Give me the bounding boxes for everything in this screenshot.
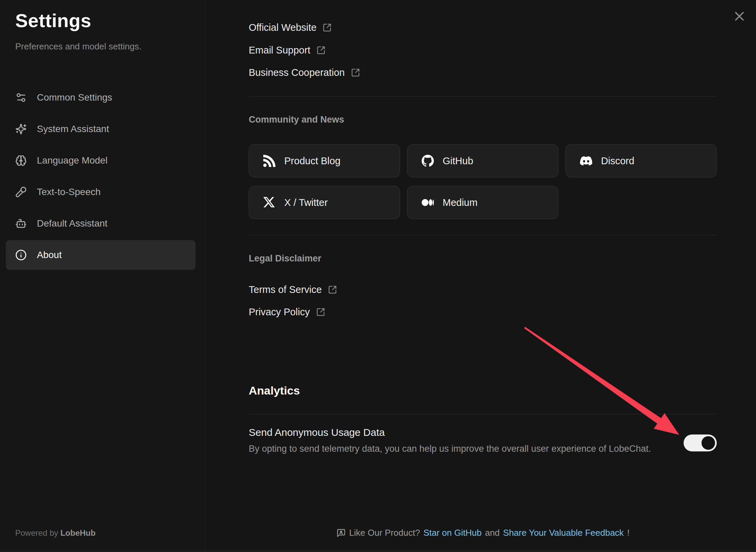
mic-icon [15,186,27,198]
sidebar-item-label: System Assistant [37,124,109,134]
legal-heading: Legal Disclaimer [249,253,321,264]
info-icon [15,249,27,261]
community-buttons: Product Blog GitHub Discord X / Twitter [249,144,717,219]
toggle-knob [702,436,715,450]
share-feedback-link[interactable]: Share Your Valuable Feedback [503,528,624,538]
bot-icon [15,218,27,229]
page-subtitle: Preferences and model settings. [15,41,141,52]
footer-suffix: ! [627,528,629,538]
legal-link-terms-of-service[interactable]: Terms of Service [249,282,337,297]
star-on-github-link[interactable]: Star on GitHub [423,528,482,538]
community-button-x-twitter[interactable]: X / Twitter [249,186,400,219]
window-bottom-edge [0,550,756,552]
sidebar-item-label: Language Model [37,155,108,166]
sidebar-item-label: Default Assistant [37,218,108,229]
github-icon [422,155,434,167]
sidebar-item-default-assistant[interactable]: Default Assistant [6,209,196,238]
contact-link-business-cooperation[interactable]: Business Cooperation [249,65,360,80]
sidebar-nav: Common Settings System Assistant Languag… [6,83,196,270]
external-link-icon [351,68,360,77]
telemetry-setting-label: Send Anonymous Usage Data [249,427,385,438]
external-link-icon [328,285,337,294]
brain-icon [15,155,27,166]
external-link-icon [316,46,326,55]
footer-prefix: Like Our Product? [349,528,420,538]
powered-by: Powered by LobeHub [15,528,95,538]
sliders-icon [15,92,27,103]
community-heading: Community and News [249,114,344,125]
legal-link-privacy-policy[interactable]: Privacy Policy [249,304,325,319]
close-button[interactable] [731,8,748,24]
sparkles-icon [15,123,27,135]
section-divider [249,96,717,97]
settings-sidebar: Settings Preferences and model settings.… [0,0,206,552]
sidebar-item-label: Common Settings [37,92,112,103]
page-title: Settings [15,9,91,31]
sidebar-item-label: About [37,250,62,260]
about-panel: Contact Us Official Website Email Suppor… [206,0,756,552]
contact-us-heading: Contact Us [249,0,297,2]
sidebar-item-about[interactable]: About [6,240,196,270]
medium-icon [422,196,434,209]
contact-link-email-support[interactable]: Email Support [249,43,326,58]
external-link-icon [316,307,325,317]
feedback-icon [336,528,346,538]
discord-icon [580,155,592,167]
telemetry-setting-description: By opting to send telemetry data, you ca… [249,444,651,454]
close-icon [732,9,747,24]
community-button-medium[interactable]: Medium [407,186,558,219]
sidebar-item-label: Text-to-Speech [37,187,101,197]
sidebar-item-text-to-speech[interactable]: Text-to-Speech [6,177,196,207]
x-twitter-icon [263,196,275,209]
sidebar-item-system-assistant[interactable]: System Assistant [6,114,196,144]
panel-footer: Like Our Product? Star on GitHub and Sha… [249,528,717,538]
section-divider [249,235,717,235]
about-content: Contact Us Official Website Email Suppor… [249,0,717,552]
community-button-discord[interactable]: Discord [565,144,717,177]
contact-link-official-website[interactable]: Official Website [249,20,332,35]
analytics-heading: Analytics [249,384,300,397]
community-button-github[interactable]: GitHub [407,144,558,177]
external-link-icon [323,23,332,32]
sidebar-item-language-model[interactable]: Language Model [6,146,196,175]
section-divider [249,414,717,414]
footer-middle: and [485,528,499,538]
lobehub-brand: LobeHub [60,528,95,537]
rss-icon [263,155,275,167]
sidebar-item-common-settings[interactable]: Common Settings [6,83,196,112]
telemetry-toggle[interactable] [684,434,717,451]
community-button-product-blog[interactable]: Product Blog [249,144,400,177]
